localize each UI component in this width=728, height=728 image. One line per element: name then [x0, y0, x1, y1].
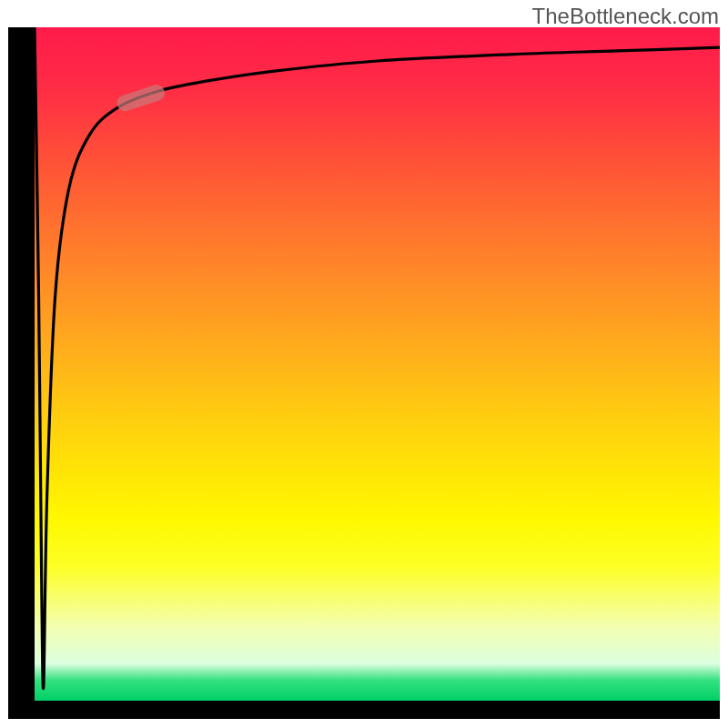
bottleneck-curve	[35, 27, 720, 689]
curve-layer	[35, 27, 720, 701]
attribution-label: TheBottleneck.com	[532, 4, 719, 29]
plot-area	[35, 27, 720, 701]
svg-rect-0	[115, 83, 167, 114]
highlight-pill	[115, 83, 167, 114]
chart-frame: TheBottleneck.com	[0, 0, 728, 728]
plot-border	[8, 27, 720, 719]
